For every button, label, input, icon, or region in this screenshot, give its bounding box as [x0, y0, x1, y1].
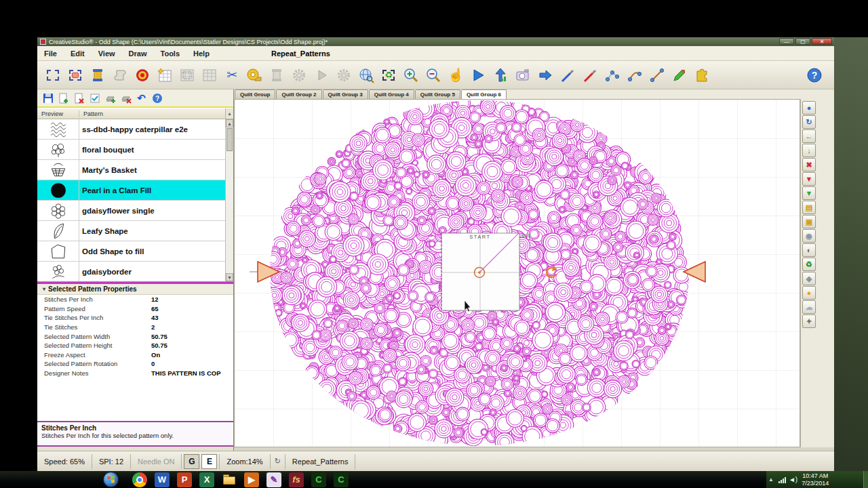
pen-blue-icon[interactable] [557, 65, 578, 85]
property-row[interactable]: Freeze AspectOn [37, 350, 233, 360]
property-row[interactable]: Pattern Speed65 [37, 304, 233, 314]
pan-hand-icon[interactable]: ☝ [446, 65, 466, 85]
visibility-icon[interactable]: ◐ [802, 243, 816, 257]
gear-disabled-icon[interactable] [289, 65, 309, 85]
quilt-canvas[interactable]: START BND [234, 99, 800, 447]
hidden-icons-chevron-icon[interactable]: ▲ [766, 476, 776, 483]
minimize-button[interactable]: — [779, 38, 794, 45]
network-signal-icon[interactable] [778, 476, 786, 483]
powerpoint-taskbar-icon[interactable]: P [177, 472, 192, 487]
property-row[interactable]: Selected Pattern Height50.75 [37, 341, 233, 350]
creativestudio-2-taskbar-icon[interactable]: C [334, 472, 349, 487]
recycle-icon[interactable]: ♻ [802, 258, 816, 271]
cloud-icon[interactable]: ☁ [802, 300, 816, 314]
globe-search-icon[interactable] [356, 65, 376, 85]
tray-clock[interactable]: 10:47 AM 7/23/2014 [802, 472, 829, 487]
property-row[interactable]: Designer NotesTHIS PATTERN IS COP [37, 369, 233, 378]
explorer-taskbar-icon[interactable] [222, 472, 237, 487]
list-scrollbar[interactable]: ▲ ▼ [225, 119, 233, 281]
refresh-selection-icon[interactable]: ♻ [378, 65, 399, 85]
remove-pattern-icon[interactable] [73, 92, 85, 104]
save-icon[interactable] [41, 92, 54, 104]
grid-select-icon[interactable] [177, 65, 197, 85]
puzzle-icon[interactable] [692, 65, 712, 85]
pattern-row[interactable]: Odd Shape to fill [37, 241, 233, 262]
add-pattern-icon[interactable] [57, 92, 70, 104]
help-icon[interactable]: ? [804, 65, 825, 85]
select-pattern-icon[interactable] [65, 65, 85, 85]
status-zoom[interactable]: Zoom:14% [219, 454, 270, 469]
pattern-row[interactable]: Marty's Basket [37, 160, 233, 180]
polyline-icon[interactable] [602, 65, 623, 85]
scroll-up-icon[interactable]: ▲ [225, 108, 233, 119]
excel-taskbar-icon[interactable]: X [199, 472, 214, 487]
chrome-taskbar-icon[interactable] [132, 472, 147, 487]
column-preview[interactable]: Preview [37, 110, 79, 117]
upload-icon[interactable] [490, 65, 511, 85]
down-green-icon[interactable]: ▼ [802, 186, 816, 200]
collapse-icon[interactable]: ▾ [43, 286, 45, 292]
trace-icon[interactable]: ◆ [802, 272, 816, 285]
scroll-down-arrow-icon[interactable]: ▼ [226, 273, 233, 281]
start-button[interactable] [103, 472, 119, 487]
menu-help[interactable]: Help [186, 49, 216, 58]
iron-icon[interactable]: ▣ [802, 215, 816, 228]
tape-measure-icon[interactable] [244, 65, 264, 85]
play-disabled-icon[interactable] [311, 65, 332, 85]
media-player-taskbar-icon[interactable]: ▶ [244, 472, 259, 487]
grid-icon[interactable] [199, 65, 220, 85]
pen-red-icon[interactable] [580, 65, 600, 85]
zoom-out-icon[interactable] [423, 65, 443, 85]
delete-icon[interactable]: ✖ [802, 158, 816, 171]
property-row[interactable]: Selected Pattern Rotation0 [37, 359, 233, 369]
pattern-row[interactable]: ss-dbd-happy caterpillar e2e [37, 119, 233, 140]
maximize-button[interactable]: ▢ [795, 38, 810, 45]
menu-tools[interactable]: Tools [154, 49, 187, 58]
camera-icon[interactable] [513, 65, 533, 85]
scrollbar-thumb[interactable] [226, 128, 233, 151]
select-patterns-icon[interactable] [88, 92, 101, 104]
word-taskbar-icon[interactable]: W [155, 472, 170, 487]
scissors-icon[interactable]: ✂ [222, 65, 242, 85]
quiltcad-taskbar-icon[interactable]: fs [289, 472, 304, 487]
spool-disabled-icon[interactable] [267, 65, 287, 85]
tab-quilt-group-4[interactable]: Quilt Group 4 [369, 89, 414, 99]
add-group-icon[interactable] [104, 92, 117, 104]
quilt-app-taskbar-icon[interactable]: ✎ [267, 472, 281, 487]
close-button[interactable]: ✕ [812, 38, 832, 45]
status-g-toggle[interactable]: G [184, 454, 199, 469]
property-row[interactable]: Stitches Per Inch12 [37, 295, 233, 304]
property-row[interactable]: Tie Stitches2 [37, 323, 233, 332]
panel-help-icon[interactable]: ? [151, 92, 163, 104]
new-quilt-group-icon[interactable] [155, 65, 175, 85]
curve-icon[interactable] [625, 65, 645, 85]
creativestudio-1-taskbar-icon[interactable]: C [311, 472, 326, 487]
status-refresh-icon[interactable]: ↻ [271, 457, 285, 466]
play-icon[interactable] [468, 65, 488, 85]
speaker-icon[interactable]: ◄) [789, 476, 797, 483]
properties-header[interactable]: ▾ Selected Pattern Properties [37, 284, 233, 295]
start-region[interactable]: START BND [441, 232, 531, 310]
tab-quilt-group-2[interactable]: Quilt Group 2 [276, 89, 321, 99]
remove-group-icon[interactable] [119, 92, 132, 104]
thread-spool-icon[interactable] [87, 65, 108, 85]
menu-draw[interactable]: Draw [122, 49, 154, 58]
show-desktop-button[interactable] [863, 471, 868, 488]
tools-icon[interactable]: ✦ [802, 314, 816, 328]
pattern-row-selected[interactable]: Pearl in a Clam Fill [37, 180, 233, 201]
pattern-row[interactable]: floral bouquet [37, 140, 233, 160]
menu-edit[interactable]: Edit [64, 49, 92, 58]
next-icon[interactable] [535, 65, 555, 85]
tab-quilt-group-1[interactable]: Quilt Group [235, 89, 275, 99]
info-icon[interactable]: ● [802, 101, 816, 115]
property-row[interactable]: Selected Pattern Width50.75 [37, 331, 233, 341]
pattern-scroll-icon[interactable] [110, 65, 130, 85]
status-e-toggle[interactable]: E [201, 454, 217, 469]
tab-quilt-group-6[interactable]: Quilt Group 6 [461, 89, 507, 99]
move-down-icon[interactable]: ↓ [802, 144, 816, 157]
sync-icon[interactable]: ↻ [802, 115, 816, 129]
select-region-icon[interactable] [43, 65, 63, 85]
column-pattern[interactable]: Pattern [79, 110, 225, 117]
bullseye-icon[interactable] [132, 65, 153, 85]
pencil-icon[interactable] [669, 65, 690, 85]
